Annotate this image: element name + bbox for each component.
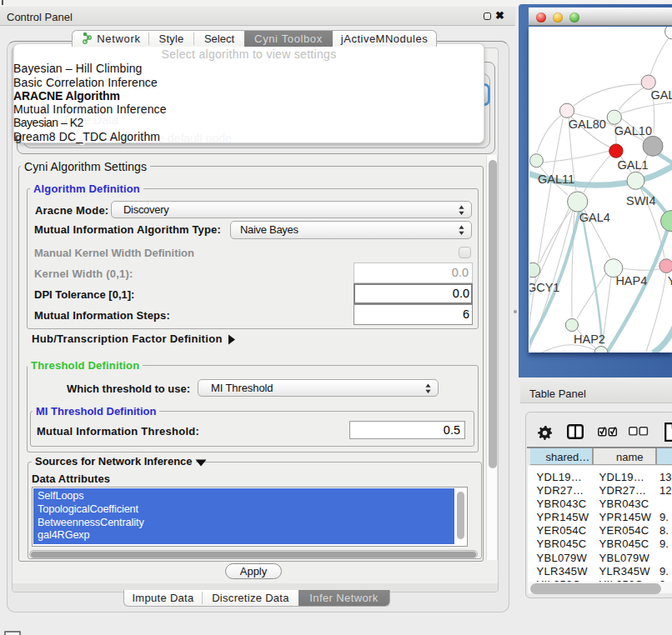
svg-text:GAL4: GAL4	[579, 211, 610, 224]
svg-text:GAL80: GAL80	[569, 118, 606, 131]
svg-text:GAL11: GAL11	[538, 172, 574, 186]
svg-text:SWI4: SWI4	[626, 194, 655, 208]
svg-text:GAL10: GAL10	[614, 124, 652, 138]
svg-text:HAP4: HAP4	[615, 274, 647, 288]
svg-text:HAP2: HAP2	[574, 332, 605, 346]
svg-text:GAL1: GAL1	[618, 158, 649, 172]
svg-text:GCY1: GCY1	[529, 281, 559, 294]
svg-text:Y: Y	[668, 274, 672, 288]
svg-text:GAL: GAL	[650, 88, 672, 102]
